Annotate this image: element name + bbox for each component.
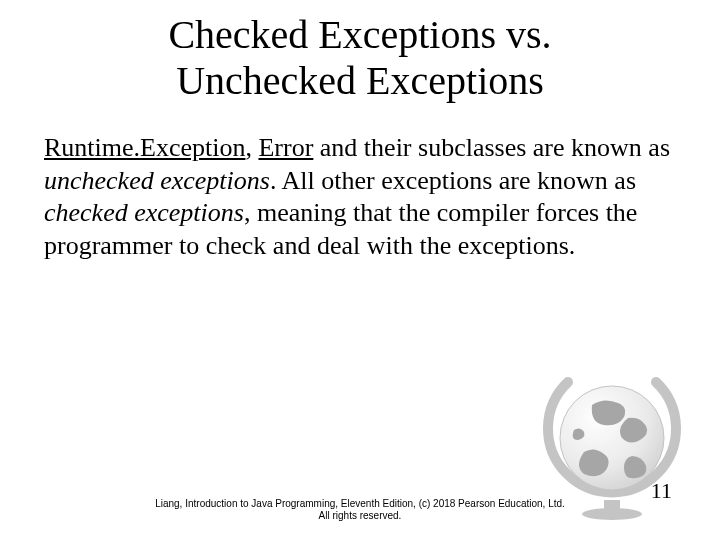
- term-unchecked: unchecked exceptions: [44, 166, 270, 195]
- footer: Liang, Introduction to Java Programming,…: [0, 498, 720, 522]
- term-runtime-exception: Runtime.Exception: [44, 133, 245, 162]
- footer-line-2: All rights reserved.: [0, 510, 720, 522]
- text-1: and their subclasses are known as: [313, 133, 670, 162]
- title-line-2: Unchecked Exceptions: [176, 58, 544, 103]
- term-error: Error: [258, 133, 313, 162]
- term-checked: checked exceptions: [44, 198, 244, 227]
- slide: Checked Exceptions vs. Unchecked Excepti…: [0, 0, 720, 540]
- slide-title: Checked Exceptions vs. Unchecked Excepti…: [40, 12, 680, 104]
- sep: ,: [245, 133, 258, 162]
- text-2: . All other exceptions are known as: [270, 166, 636, 195]
- title-line-1: Checked Exceptions vs.: [168, 12, 551, 57]
- footer-line-1: Liang, Introduction to Java Programming,…: [0, 498, 720, 510]
- body-paragraph: Runtime.Exception, Error and their subcl…: [40, 132, 680, 262]
